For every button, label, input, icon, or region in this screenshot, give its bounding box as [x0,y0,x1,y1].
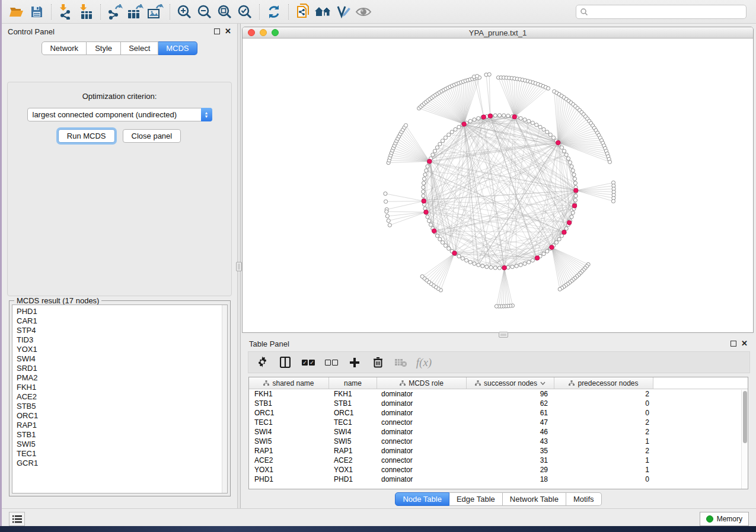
graph-ring-node[interactable] [571,211,575,214]
import-table-icon[interactable] [76,2,96,21]
column-header-predecessor-nodes[interactable]: predecessor nodes [554,377,653,389]
import-network-icon[interactable] [56,2,76,21]
graph-ring-node[interactable] [571,169,575,172]
delete-column-icon[interactable] [371,356,384,369]
graph-ring-node[interactable] [572,173,576,177]
graph-mcds-hub-node[interactable] [432,229,436,233]
graph-ring-node[interactable] [433,149,436,153]
graph-ring-node[interactable] [422,190,425,193]
column-chooser-icon[interactable] [279,356,292,369]
graph-leaf-node[interactable] [487,73,491,76]
graph-ring-node[interactable] [485,265,489,268]
graph-ring-node[interactable] [546,130,549,134]
result-node-item[interactable]: STB1 [17,430,222,440]
graph-mcds-hub-node[interactable] [512,114,517,119]
graph-ring-node[interactable] [468,119,472,123]
graph-ring-node[interactable] [422,177,426,181]
graph-ring-node[interactable] [422,185,425,189]
result-node-item[interactable]: STB5 [17,402,222,411]
vertical-splitter[interactable] [237,24,241,508]
result-node-item[interactable]: PMA2 [17,373,222,383]
horizontal-splitter[interactable] [241,333,756,337]
graph-leaf-node[interactable] [387,219,390,222]
save-session-icon[interactable] [27,2,47,21]
function-builder-icon[interactable]: f(x) [417,356,430,369]
result-node-item[interactable]: RAP1 [17,421,222,430]
close-panel-icon[interactable]: ✕ [225,28,231,34]
graph-ring-node[interactable] [554,241,558,244]
eye-icon[interactable] [353,2,374,21]
graph-leaf-node[interactable] [608,160,611,164]
graph-ring-node[interactable] [557,238,561,241]
task-history-button[interactable] [9,512,25,526]
run-mcds-button[interactable]: Run MCDS [58,129,115,143]
graph-mcds-hub-node[interactable] [462,122,467,127]
graph-mcds-hub-node[interactable] [422,199,426,204]
graph-ring-node[interactable] [454,127,457,131]
table-row[interactable]: ACE2ACE2connector311 [249,456,748,465]
table-row[interactable]: PHD1PHD1dominator180 [249,475,748,484]
column-header-shared-name[interactable]: shared name [249,377,329,389]
splitter-handle[interactable] [236,262,242,271]
graph-leaf-node[interactable] [495,305,498,308]
graph-mcds-hub-node[interactable] [572,204,577,209]
graph-ring-node[interactable] [551,136,555,139]
graph-mcds-hub-node[interactable] [573,188,578,193]
graph-ring-node[interactable] [497,266,501,270]
result-list-scrollbar[interactable] [222,305,227,493]
graph-ring-node[interactable] [573,198,577,202]
graph-leaf-node[interactable] [388,223,391,227]
graph-ring-node[interactable] [538,125,542,129]
refresh-icon[interactable] [264,2,284,21]
graph-ring-node[interactable] [422,181,425,185]
graph-ring-node[interactable] [570,215,573,219]
graph-ring-node[interactable] [502,114,506,117]
graph-ring-node[interactable] [523,262,527,265]
graph-leaf-node[interactable] [611,200,615,203]
graph-leaf-node[interactable] [385,214,389,218]
graph-mcds-hub-node[interactable] [550,245,554,250]
graph-ring-node[interactable] [473,262,476,265]
close-panel-icon[interactable]: ✕ [741,341,748,347]
graph-ring-node[interactable] [574,194,578,198]
graph-ring-node[interactable] [523,118,527,121]
delete-table-icon[interactable] [394,356,407,369]
graph-ring-node[interactable] [427,219,430,223]
graph-ring-node[interactable] [438,238,442,241]
graph-leaf-node[interactable] [385,210,388,213]
graph-mcds-hub-node[interactable] [452,251,457,256]
graph-ring-node[interactable] [531,258,534,262]
graph-ring-node[interactable] [457,125,461,129]
table-row[interactable]: STB1STB1dominator620 [249,399,748,408]
add-column-icon[interactable] [348,356,361,369]
graph-ring-node[interactable] [548,133,552,136]
graph-ring-node[interactable] [438,142,442,146]
result-node-item[interactable]: TID3 [17,335,222,345]
graph-ring-node[interactable] [519,263,522,267]
column-header-MCDS-role[interactable]: MCDS role [377,377,467,389]
graph-ring-node[interactable] [422,194,425,198]
graph-ring-node[interactable] [493,114,497,117]
tab-edge-table[interactable]: Edge Table [449,492,503,506]
graph-leaf-node[interactable] [476,74,479,78]
export-image-icon[interactable] [145,2,165,21]
graph-ring-node[interactable] [423,173,427,177]
close-panel-button[interactable]: Close panel [123,129,181,143]
graph-ring-node[interactable] [497,114,501,117]
graph-ring-node[interactable] [527,119,531,123]
graph-ring-node[interactable] [489,265,493,269]
graph-ring-node[interactable] [457,254,461,258]
graph-ring-node[interactable] [511,265,514,268]
graph-ring-node[interactable] [431,153,435,156]
tab-select[interactable]: Select [121,41,158,55]
result-node-item[interactable]: TEC1 [17,449,222,459]
zoom-fit-icon[interactable] [215,2,235,21]
graph-ring-node[interactable] [535,123,538,127]
table-scrollbar[interactable] [741,390,748,489]
zoom-in-icon[interactable] [174,2,194,21]
memory-button[interactable]: Memory [700,512,749,526]
graph-ring-node[interactable] [468,260,472,264]
graph-ring-node[interactable] [473,118,476,121]
graph-ring-node[interactable] [441,139,444,143]
graph-leaf-node[interactable] [558,287,562,291]
